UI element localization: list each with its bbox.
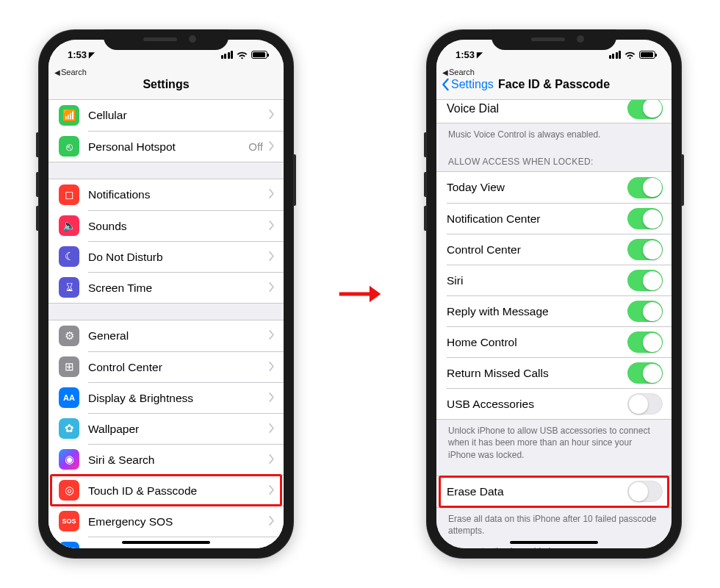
status-time: 1:53 [456,49,475,60]
settings-row[interactable]: ☾Do Not Disturb [48,241,284,272]
row-label: Display & Brightness [88,546,263,549]
toggle-switch[interactable] [627,362,663,384]
phone-left: 1:53 ◤ ◀︎ Search Settings 📶Cellular⎋Per [38,29,294,559]
toggle-switch[interactable] [627,208,663,229]
screen-left: 1:53 ◤ ◀︎ Search Settings 📶Cellular⎋Per [48,40,284,548]
footer-note: Music Voice Control is always enabled. [436,123,672,140]
notifications-icon: ◻︎ [59,184,79,205]
settings-row[interactable]: ⎋Personal HotspotOff [48,131,284,162]
chevron-right-icon [269,329,275,343]
row-label: Emergency SOS [88,515,263,528]
settings-list[interactable]: 📶Cellular⎋Personal HotspotOff◻︎Notificat… [48,100,284,548]
arrow-icon [338,282,382,306]
toggle-row: Notification Center [436,203,672,234]
back-to-search[interactable]: ◀︎ Search [442,68,475,76]
chevron-right-icon [269,109,275,122]
row-label: Touch ID & Passcode [88,484,263,498]
settings-row[interactable]: AADisplay & Brightness [48,382,284,413]
toggle-switch[interactable] [627,100,663,119]
settings-row[interactable]: ⚙︎General [48,320,284,351]
toggle-row: Today View [436,172,672,203]
screen-right: 1:53 ◤ ◀︎ Search Settings [436,40,672,548]
siri-icon: ◉ [59,449,79,470]
row-label: Reply with Message [447,305,622,318]
toggle-switch[interactable] [627,481,663,502]
faceid-passcode-list[interactable]: Voice DialMusic Voice Control is always … [436,100,672,548]
row-label: Voice Dial [447,102,622,115]
toggle-switch[interactable] [627,393,663,415]
control-center-icon: ⊞ [59,356,79,377]
row-label: Today View [447,181,622,194]
location-icon: ◤ [89,51,95,59]
chevron-right-icon [269,251,275,264]
row-label: Notifications [88,188,263,201]
row-label: Erase Data [447,485,622,498]
back-caret-icon: ◀︎ [54,68,60,76]
toggle-row: Return Missed Calls [436,357,672,388]
screentime-icon: ⌛︎ [59,277,79,298]
nav-title: Face ID & Passcode [498,78,610,91]
cell-signal-icon [221,51,234,59]
chevron-right-icon [269,453,275,467]
toggle-row: USB Accessories [436,388,672,419]
settings-row[interactable]: ◻︎Notifications [48,179,284,210]
home-indicator[interactable] [122,541,210,544]
settings-row[interactable]: 🔈Sounds [48,210,284,241]
back-hint-label: Search [61,68,87,76]
settings-row[interactable]: ◉Siri & Search [48,444,284,475]
toggle-row: Control Center [436,234,672,265]
chevron-right-icon [269,220,275,233]
row-label: General [88,329,263,343]
dnd-icon: ☾ [59,246,79,267]
general-icon: ⚙︎ [59,326,79,346]
toggle-row: Erase Data [436,476,672,507]
row-label: Sounds [88,220,263,233]
row-label: Siri & Search [88,453,263,467]
row-label: Siri [447,274,622,287]
toggle-row: Home Control [436,326,672,357]
toggle-switch[interactable] [627,177,663,198]
footer-note: Unlock iPhone to allow USB accessories t… [436,420,672,461]
wallpaper-icon: ✿ [59,418,79,439]
toggle-switch[interactable] [627,301,663,322]
toggle-switch[interactable] [627,331,663,353]
row-label: Display & Brightness [88,392,263,405]
settings-row[interactable]: ◎Touch ID & Passcode [48,475,284,506]
cell-signal-icon [609,51,622,59]
notch [104,29,228,50]
chevron-right-icon [269,515,275,528]
settings-row[interactable]: ⊞Control Center [48,351,284,382]
wifi-icon [624,51,636,59]
toggle-switch[interactable] [627,270,663,291]
chevron-right-icon [269,361,275,374]
back-to-search[interactable]: ◀︎ Search [54,68,87,76]
footer-note: Erase all data on this iPhone after 10 f… [436,508,672,537]
settings-row[interactable]: ✿Wallpaper [48,413,284,444]
sos-icon: SOS [59,511,79,531]
row-label: Notification Center [447,212,622,226]
settings-row[interactable]: ⌛︎Screen Time [48,272,284,303]
nav-title: Settings [143,78,189,91]
display-icon: AA [59,542,79,548]
display-icon: AA [59,387,79,408]
toggle-switch[interactable] [627,239,663,260]
toggle-row: Reply with Message [436,295,672,326]
home-indicator[interactable] [510,541,598,544]
settings-row[interactable]: 📶Cellular [48,100,284,131]
link-icon: ⎋ [59,136,79,157]
row-label: Return Missed Calls [447,367,622,380]
chevron-right-icon [269,392,275,405]
row-label: USB Accessories [447,398,622,411]
location-icon: ◤ [477,51,483,59]
settings-row[interactable]: SOSEmergency SOS [48,506,284,537]
chevron-right-icon [269,423,275,436]
back-caret-icon: ◀︎ [442,68,448,76]
notch [492,29,616,50]
chevron-right-icon [269,546,275,549]
sounds-icon: 🔈 [59,215,79,236]
row-label: Screen Time [88,282,263,295]
back-hint-label: Search [449,68,475,76]
battery-icon [639,51,655,59]
chevron-right-icon [269,140,275,154]
battery-icon [251,51,267,59]
